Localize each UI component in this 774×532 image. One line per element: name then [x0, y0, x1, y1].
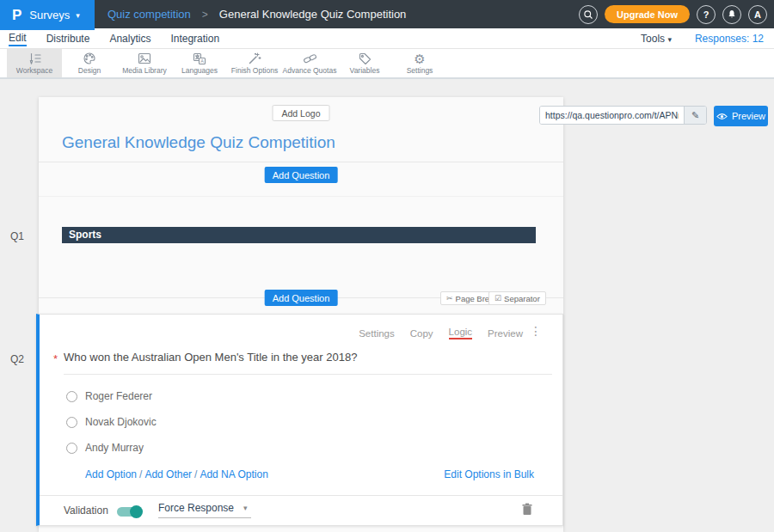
q2-question-card: Settings Copy Logic Preview ⋮ * Who won … — [36, 314, 563, 526]
palette-icon — [83, 52, 96, 65]
q1-gutter-label: Q1 — [10, 230, 24, 242]
q2-settings-link[interactable]: Settings — [359, 328, 395, 339]
separator-button[interactable]: ☑ Separator — [488, 291, 546, 305]
toolbar-item-media-library[interactable]: Media Library — [117, 49, 172, 77]
toolbar-item-design[interactable]: Design — [62, 49, 117, 77]
question-mark-icon: ? — [703, 9, 710, 20]
breadcrumb-parent[interactable]: Quiz competition — [108, 8, 191, 21]
option-links: Add Option/Add Other/Add NA Option — [85, 468, 268, 480]
edit-options-in-bulk-link[interactable]: Edit Options in Bulk — [444, 468, 534, 480]
workspace-pen-list-icon — [28, 52, 42, 65]
required-asterisk: * — [53, 352, 58, 365]
surveys-menu[interactable]: P Surveys ▾ — [0, 0, 95, 30]
q2-preview-link[interactable]: Preview — [488, 328, 523, 339]
toolbar-item-languages[interactable]: A Languages — [172, 49, 227, 77]
toggle-knob — [130, 505, 143, 518]
toolbar-item-finish-options[interactable]: Finish Options — [227, 49, 282, 77]
top-bar-actions: Upgrade Now ? A — [579, 0, 767, 28]
answer-option-label[interactable]: Andy Murray — [85, 442, 144, 454]
upgrade-now-button[interactable]: Upgrade Now — [605, 5, 690, 23]
radio-icon[interactable] — [66, 417, 77, 428]
toolbar-tabs: Workspace Design Media Library A Languag… — [7, 49, 447, 77]
checkbox-icon: ☑ — [494, 294, 501, 303]
avatar-initial: A — [754, 9, 761, 20]
add-option-link[interactable]: Add Option — [85, 468, 137, 480]
delete-question-button[interactable] — [522, 503, 532, 519]
q2-logic-link[interactable]: Logic — [449, 327, 473, 339]
tab-analytics[interactable]: Analytics — [109, 33, 150, 46]
survey-editor-app: Quiz competition > General Knowledge Qui… — [0, 0, 774, 532]
magic-wand-icon — [248, 52, 261, 65]
add-question-button-middle[interactable]: Add Question — [265, 290, 338, 306]
image-icon — [138, 52, 151, 65]
answer-option-row[interactable]: Andy Murray — [66, 442, 144, 454]
responses-count[interactable]: Responses: 12 — [695, 33, 764, 45]
radio-icon[interactable] — [66, 443, 77, 454]
link-separator: / — [194, 468, 197, 480]
scissors-icon: ✂ — [446, 294, 453, 303]
toolbar-item-variables[interactable]: Variables — [337, 49, 392, 77]
chevron-right-icon: > — [202, 9, 208, 21]
help-button[interactable]: ? — [697, 5, 716, 24]
trash-icon — [522, 503, 532, 516]
tag-icon — [359, 52, 372, 65]
edit-toolbar: Workspace Design Media Library A Languag… — [0, 49, 774, 79]
editor-nav: Edit Distribute Analytics Integration To… — [0, 28, 774, 49]
section-divider — [39, 196, 563, 197]
q2-gutter-label: Q2 — [10, 353, 24, 365]
q1-section-header[interactable]: Sports — [62, 227, 536, 243]
avatar[interactable]: A — [748, 5, 767, 24]
toolbar-item-workspace[interactable]: Workspace — [7, 49, 62, 77]
survey-title[interactable]: General Knowledge Quiz Competition — [62, 133, 335, 152]
add-logo-button[interactable]: Add Logo — [273, 105, 330, 121]
link-separator: / — [139, 468, 142, 480]
answer-option-label[interactable]: Roger Federer — [85, 390, 152, 402]
survey-link-group: ✎ — [539, 106, 707, 125]
breadcrumb: Quiz competition > General Knowledge Qui… — [108, 0, 406, 28]
answer-option-row[interactable]: Novak Djokovic — [66, 416, 157, 428]
title-divider — [39, 162, 563, 162]
surveys-menu-label: Surveys — [29, 9, 70, 21]
pencil-icon: ✎ — [691, 110, 699, 121]
survey-link-input[interactable] — [540, 107, 684, 124]
bell-icon — [727, 9, 737, 20]
breadcrumb-current: General Knowledge Quiz Competition — [219, 8, 407, 21]
svg-text:A: A — [200, 58, 204, 64]
chevron-down-icon: ▾ — [76, 11, 80, 20]
add-na-option-link[interactable]: Add NA Option — [200, 468, 267, 480]
q2-copy-link[interactable]: Copy — [410, 328, 433, 339]
q2-footer-divider — [40, 495, 562, 496]
editor-nav-right: Tools ▾ Responses: 12 — [641, 28, 764, 49]
chain-link-icon — [303, 52, 317, 65]
chevron-down-icon: ▾ — [243, 504, 248, 512]
add-question-button-top[interactable]: Add Question — [265, 167, 338, 183]
kebab-menu-icon[interactable]: ⋮ — [530, 325, 542, 337]
validation-type-dropdown[interactable]: Force Response ▾ — [158, 502, 251, 518]
toolbar-item-settings[interactable]: ⚙ Settings — [392, 49, 447, 77]
notifications-button[interactable] — [722, 5, 741, 24]
validation-toggle[interactable] — [117, 507, 141, 517]
tab-edit[interactable]: Edit — [9, 32, 27, 46]
q2-question-text[interactable]: Who won the Australian Open Men's Title … — [64, 351, 552, 375]
answer-option-row[interactable]: Roger Federer — [66, 390, 152, 402]
editor-nav-tabs: Edit Distribute Analytics Integration — [9, 28, 219, 49]
add-other-link[interactable]: Add Other — [144, 468, 192, 480]
preview-button[interactable]: Preview — [714, 106, 768, 126]
search-button[interactable] — [579, 5, 598, 24]
top-bar: Quiz competition > General Knowledge Qui… — [0, 0, 774, 28]
validation-label: Validation — [64, 504, 108, 517]
questionpro-logo-icon: P — [12, 7, 22, 24]
tab-distribute[interactable]: Distribute — [46, 33, 90, 46]
tab-integration[interactable]: Integration — [170, 33, 219, 46]
translate-icon: A — [193, 52, 206, 65]
search-icon — [583, 9, 593, 20]
chevron-down-icon: ▾ — [667, 35, 672, 44]
q2-action-menu: Settings Copy Logic Preview — [359, 327, 523, 339]
radio-icon[interactable] — [66, 391, 77, 402]
gear-icon: ⚙ — [414, 52, 425, 65]
eye-icon — [716, 113, 728, 120]
edit-link-button[interactable]: ✎ — [684, 107, 706, 124]
toolbar-item-advance-quotas[interactable]: Advance Quotas — [282, 49, 337, 77]
tools-dropdown[interactable]: Tools ▾ — [641, 33, 672, 45]
answer-option-label[interactable]: Novak Djokovic — [85, 416, 157, 428]
